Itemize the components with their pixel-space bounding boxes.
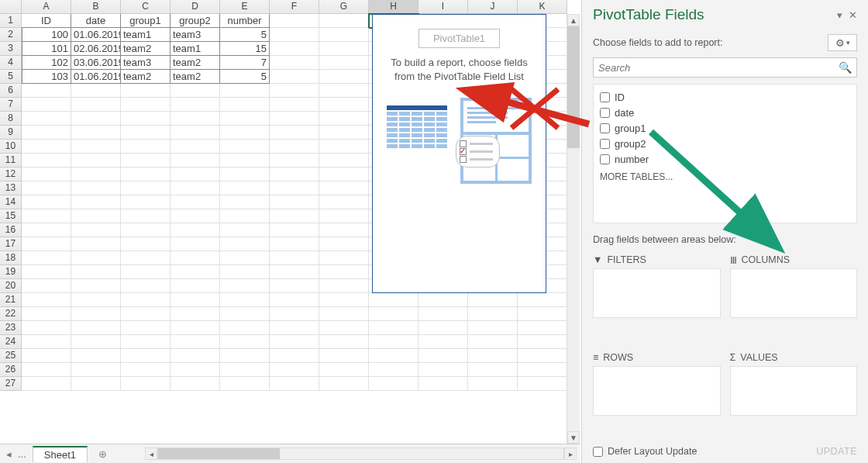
row-header-19[interactable]: 19 xyxy=(0,265,22,279)
cell-F16[interactable] xyxy=(270,223,319,237)
row-header-25[interactable]: 25 xyxy=(0,349,22,363)
cell-E17[interactable] xyxy=(220,237,270,251)
cell-C27[interactable] xyxy=(121,377,170,391)
cell-G7[interactable] xyxy=(319,98,369,112)
cell-A14[interactable] xyxy=(22,195,71,209)
cell-A21[interactable] xyxy=(22,293,71,307)
cell-G5[interactable] xyxy=(319,70,369,84)
cell-G19[interactable] xyxy=(319,265,369,279)
cell-F19[interactable] xyxy=(270,265,319,279)
cell-H26[interactable] xyxy=(369,363,418,377)
cell-D12[interactable] xyxy=(170,168,220,181)
cell-I25[interactable] xyxy=(418,349,468,363)
cell-A24[interactable] xyxy=(22,335,71,349)
cell-H21[interactable] xyxy=(369,293,418,307)
row-header-8[interactable]: 8 xyxy=(0,112,22,126)
field-checkbox-ID[interactable] xyxy=(600,92,610,102)
rows-area[interactable]: ≡ROWS xyxy=(593,349,721,439)
cell-A13[interactable] xyxy=(22,181,71,195)
cell-D8[interactable] xyxy=(170,112,220,126)
row-header-21[interactable]: 21 xyxy=(0,293,22,307)
cell-E26[interactable] xyxy=(220,363,270,377)
cell-F12[interactable] xyxy=(270,168,319,181)
column-header-C[interactable]: C xyxy=(121,0,170,14)
cell-D21[interactable] xyxy=(170,293,220,307)
cell-C1[interactable]: group1 xyxy=(121,14,170,28)
cell-D13[interactable] xyxy=(170,181,220,195)
cell-G22[interactable] xyxy=(319,307,369,321)
cell-F1[interactable] xyxy=(270,14,319,28)
cell-E3[interactable]: 15 xyxy=(220,42,270,56)
cell-B2[interactable]: 01.06.2019 xyxy=(71,28,121,42)
cell-E24[interactable] xyxy=(220,335,270,349)
more-tables-link[interactable]: MORE TABLES... xyxy=(600,171,850,182)
cell-C17[interactable] xyxy=(121,237,170,251)
cell-B22[interactable] xyxy=(71,307,121,321)
cell-G15[interactable] xyxy=(319,209,369,223)
cell-B24[interactable] xyxy=(71,335,121,349)
cell-C19[interactable] xyxy=(121,265,170,279)
row-header-18[interactable]: 18 xyxy=(0,251,22,265)
sheet-nav-first-icon[interactable]: ◂ xyxy=(6,448,12,460)
row-header-24[interactable]: 24 xyxy=(0,335,22,349)
cell-G8[interactable] xyxy=(319,112,369,126)
row-header-22[interactable]: 22 xyxy=(0,307,22,321)
cell-F24[interactable] xyxy=(270,335,319,349)
column-header-J[interactable]: J xyxy=(468,0,518,14)
cell-B7[interactable] xyxy=(71,98,121,112)
row-header-17[interactable]: 17 xyxy=(0,237,22,251)
cell-F7[interactable] xyxy=(270,98,319,112)
cell-D14[interactable] xyxy=(170,195,220,209)
cell-D6[interactable] xyxy=(170,84,220,98)
cell-H22[interactable] xyxy=(369,307,418,321)
cell-H25[interactable] xyxy=(369,349,418,363)
cell-D24[interactable] xyxy=(170,335,220,349)
field-group1[interactable]: group1 xyxy=(600,120,850,136)
horizontal-scrollbar[interactable]: ◂ ▸ xyxy=(145,447,577,460)
cell-K26[interactable] xyxy=(518,363,567,377)
cell-F9[interactable] xyxy=(270,126,319,140)
cell-D4[interactable]: team2 xyxy=(170,56,220,70)
cell-I22[interactable] xyxy=(418,307,468,321)
cell-B26[interactable] xyxy=(71,363,121,377)
cell-G12[interactable] xyxy=(319,168,369,181)
cell-G2[interactable] xyxy=(319,28,369,42)
cell-A6[interactable] xyxy=(22,84,71,98)
cell-E10[interactable] xyxy=(220,140,270,154)
cell-A2[interactable]: 100 xyxy=(22,28,71,42)
cell-A26[interactable] xyxy=(22,363,71,377)
cell-A11[interactable] xyxy=(22,154,71,168)
cell-D3[interactable]: team1 xyxy=(170,42,220,56)
cell-C6[interactable] xyxy=(121,84,170,98)
cell-D22[interactable] xyxy=(170,307,220,321)
cell-B1[interactable]: date xyxy=(71,14,121,28)
cell-A15[interactable] xyxy=(22,209,71,223)
row-header-9[interactable]: 9 xyxy=(0,126,22,140)
cell-G3[interactable] xyxy=(319,42,369,56)
cell-C26[interactable] xyxy=(121,363,170,377)
defer-layout-checkbox[interactable]: Defer Layout Update xyxy=(593,446,697,457)
cell-C14[interactable] xyxy=(121,195,170,209)
cell-B11[interactable] xyxy=(71,154,121,168)
cell-C2[interactable]: team1 xyxy=(121,28,170,42)
cell-C11[interactable] xyxy=(121,154,170,168)
cell-G6[interactable] xyxy=(319,84,369,98)
cell-E25[interactable] xyxy=(220,349,270,363)
cell-B27[interactable] xyxy=(71,377,121,391)
cell-F14[interactable] xyxy=(270,195,319,209)
cell-G26[interactable] xyxy=(319,363,369,377)
field-date[interactable]: date xyxy=(600,105,850,120)
cell-C18[interactable] xyxy=(121,251,170,265)
cell-A27[interactable] xyxy=(22,377,71,391)
cell-C8[interactable] xyxy=(121,112,170,126)
cell-H27[interactable] xyxy=(369,377,418,391)
cell-B21[interactable] xyxy=(71,293,121,307)
cell-E13[interactable] xyxy=(220,181,270,195)
pivot-placeholder[interactable]: PivotTable1 To build a report, choose fi… xyxy=(372,14,546,293)
row-header-10[interactable]: 10 xyxy=(0,140,22,154)
cell-A23[interactable] xyxy=(22,321,71,335)
cell-E12[interactable] xyxy=(220,168,270,181)
cell-J23[interactable] xyxy=(468,321,518,335)
cell-D16[interactable] xyxy=(170,223,220,237)
cell-D27[interactable] xyxy=(170,377,220,391)
